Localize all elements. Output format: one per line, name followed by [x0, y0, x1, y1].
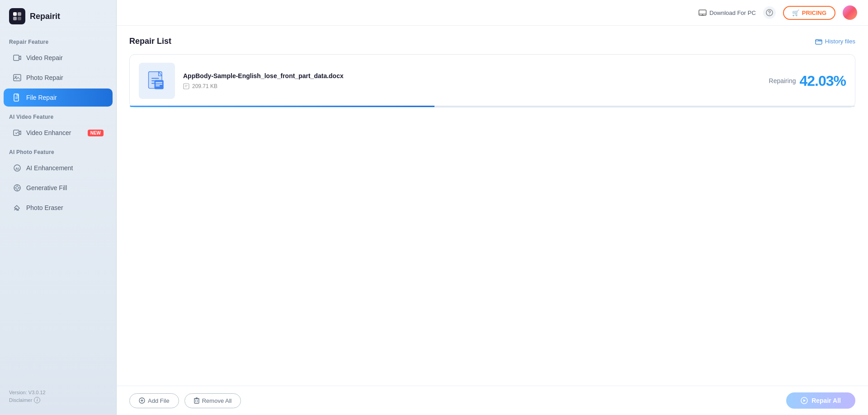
svg-rect-35	[184, 84, 189, 89]
pricing-label: PRICING	[802, 9, 826, 16]
user-avatar[interactable]	[843, 5, 857, 20]
repair-all-label: Repair All	[811, 397, 841, 404]
file-list: AppBody-Sample-English_lose_front_part_d…	[129, 54, 855, 375]
history-files-label: History files	[825, 38, 855, 45]
info-icon: i	[34, 397, 40, 403]
help-button[interactable]	[763, 6, 776, 19]
content-area: Repair List History files	[117, 26, 868, 386]
sidebar-footer: Version: V3.0.12 Disclaimer i	[0, 385, 116, 408]
sidebar-item-photo-eraser[interactable]: Photo Eraser	[4, 199, 113, 217]
repair-status-area: Repairing 42.03%	[769, 73, 846, 89]
svg-rect-10	[14, 130, 19, 135]
repair-all-icon	[801, 397, 808, 404]
svg-rect-5	[14, 75, 21, 81]
file-card: AppBody-Sample-English_lose_front_part_d…	[129, 54, 855, 107]
video-repair-icon	[13, 53, 22, 62]
svg-rect-2	[13, 17, 17, 20]
add-file-label: Add File	[148, 397, 170, 404]
svg-rect-4	[14, 55, 19, 61]
bottombar: Add File Remove All Repair All	[117, 386, 868, 415]
remove-all-label: Remove All	[202, 397, 232, 404]
repair-list-title: Repair List	[129, 37, 171, 46]
cart-icon: 🛒	[792, 9, 799, 16]
file-size-row: 209.71 KB	[183, 83, 761, 89]
svg-point-6	[15, 76, 17, 78]
file-size: 209.71 KB	[192, 83, 217, 89]
svg-text:AI: AI	[15, 167, 19, 171]
bottom-actions: Add File Remove All	[129, 393, 241, 408]
disclaimer-label: Disclaimer	[9, 397, 32, 403]
sidebar-item-photo-eraser-label: Photo Eraser	[26, 204, 63, 211]
ai-video-feature-section-label: AI Video Feature	[0, 107, 116, 123]
sidebar-item-ai-enhancement-label: AI Enhancement	[26, 164, 73, 172]
sidebar-item-video-enhancer-label: Video Enhancer	[26, 129, 71, 136]
file-repair-icon	[13, 93, 22, 102]
repair-feature-section-label: Repair Feature	[0, 33, 116, 48]
main-content: Download For PC 🛒 PRICING Repair List	[117, 0, 868, 415]
disclaimer-row[interactable]: Disclaimer i	[9, 397, 107, 403]
pricing-button[interactable]: 🛒 PRICING	[783, 6, 835, 20]
sidebar-item-photo-repair[interactable]: Photo Repair	[4, 69, 113, 87]
sidebar-item-video-repair-label: Video Repair	[26, 54, 63, 61]
download-for-pc-button[interactable]: Download For PC	[698, 9, 756, 16]
sidebar-item-file-repair[interactable]: File Repair	[4, 89, 113, 107]
content-header: Repair List History files	[129, 37, 855, 46]
repair-all-button[interactable]: Repair All	[786, 392, 855, 409]
progress-bar	[130, 106, 855, 107]
add-file-icon	[139, 397, 145, 404]
file-info: AppBody-Sample-English_lose_front_part_d…	[183, 72, 761, 89]
generative-fill-icon	[13, 183, 22, 192]
repairing-label: Repairing	[769, 77, 796, 84]
svg-rect-0	[13, 12, 17, 16]
history-files-link[interactable]: History files	[815, 38, 855, 45]
file-thumbnail	[139, 63, 175, 99]
topbar: Download For PC 🛒 PRICING	[117, 0, 868, 26]
sidebar-item-generative-fill[interactable]: Generative Fill	[4, 179, 113, 197]
remove-all-icon	[194, 397, 199, 404]
remove-all-button[interactable]: Remove All	[184, 393, 241, 408]
sidebar-item-generative-fill-label: Generative Fill	[26, 184, 67, 191]
sidebar-item-file-repair-label: File Repair	[26, 94, 57, 101]
svg-point-14	[16, 187, 19, 189]
progress-fill	[130, 106, 434, 107]
add-file-button[interactable]: Add File	[129, 393, 179, 408]
file-size-icon	[183, 83, 189, 89]
svg-rect-41	[194, 399, 199, 403]
ai-photo-feature-section-label: AI Photo Feature	[0, 143, 116, 158]
new-badge: NEW	[88, 130, 104, 136]
logo-area[interactable]: Repairit	[0, 0, 116, 33]
sidebar-item-video-enhancer[interactable]: Video Enhancer NEW	[4, 124, 113, 142]
ai-enhancement-icon: AI	[13, 163, 22, 173]
sidebar-item-ai-enhancement[interactable]: AI AI Enhancement	[4, 159, 113, 177]
app-logo-icon	[9, 8, 25, 24]
svg-point-24	[769, 14, 770, 15]
sidebar-item-video-repair[interactable]: Video Repair	[4, 49, 113, 67]
file-name: AppBody-Sample-English_lose_front_part_d…	[183, 72, 761, 79]
svg-rect-1	[18, 12, 21, 16]
repair-percent: 42.03%	[799, 73, 846, 89]
download-for-pc-label: Download For PC	[709, 9, 756, 16]
app-name: Repairit	[30, 12, 60, 21]
sidebar-item-photo-repair-label: Photo Repair	[26, 74, 63, 81]
photo-repair-icon	[13, 73, 22, 82]
svg-rect-3	[18, 17, 21, 20]
version-text: Version: V3.0.12	[9, 390, 107, 395]
photo-eraser-icon	[13, 203, 22, 212]
video-enhancer-icon	[13, 128, 22, 137]
sidebar: Repairit Repair Feature Video Repair Pho…	[0, 0, 117, 415]
